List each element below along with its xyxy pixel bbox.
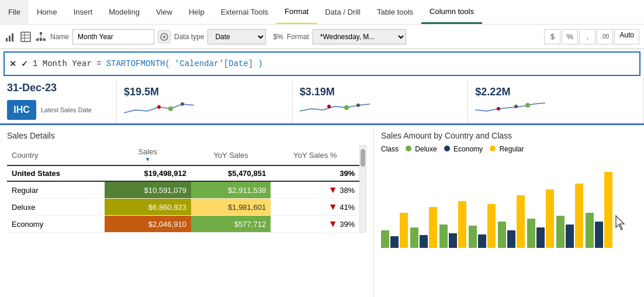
- bar-regular: [517, 195, 525, 248]
- bar-economy: [595, 222, 603, 248]
- kpi-value-3: $3.19M: [300, 86, 335, 98]
- bar-deluxe: [586, 213, 594, 248]
- col-sales: Sales ▼: [105, 145, 191, 165]
- kpi-value-2: $19.5M: [124, 86, 159, 98]
- bar-regular: [429, 207, 437, 248]
- table-row: Regular $10,591,079 $2,911,538 ▼ 38%: [7, 181, 359, 199]
- cell-sales: $6,860,923: [105, 199, 191, 216]
- kpi-row: 31-Dec-23 IHC Latest Sales Date $19.5M $…: [0, 78, 644, 125]
- down-arrow-icon: ▼: [328, 185, 338, 195]
- cell-country: Regular: [7, 181, 105, 199]
- bar-deluxe: [498, 222, 506, 248]
- svg-rect-0: [6, 38, 8, 42]
- col-country: Country: [7, 145, 105, 165]
- svg-point-14: [168, 106, 173, 111]
- table-scrollbar[interactable]: [359, 145, 366, 233]
- datatype-select[interactable]: Date: [207, 29, 266, 44]
- col-yoy-pct: YoY Sales %: [271, 145, 359, 165]
- legend-economy: Economy: [444, 145, 483, 153]
- sparkline-3: [300, 98, 370, 116]
- legend-class-label: Class: [381, 145, 399, 153]
- decimal-btn[interactable]: .00: [597, 29, 613, 44]
- cell-yoy: $2,911,538: [191, 181, 271, 199]
- cell-yoy-pct: 39%: [271, 165, 359, 181]
- menu-home[interactable]: Home: [29, 0, 65, 24]
- svg-rect-8: [36, 39, 39, 41]
- formula-icons: $ % , .00 Auto: [544, 29, 639, 44]
- bar-regular: [487, 204, 496, 248]
- bar-regular: [458, 201, 466, 248]
- down-arrow-icon: ▼: [328, 219, 338, 229]
- sparkline-4: [475, 98, 545, 116]
- mouse-cursor-area: [614, 215, 628, 233]
- menu-help[interactable]: Help: [181, 0, 213, 24]
- col-yoy: YoY Sales: [191, 145, 271, 165]
- menu-modeling[interactable]: Modeling: [101, 0, 148, 24]
- table-row: Deluxe $6,860,923 $1,981,601 ▼ 41%: [7, 199, 359, 216]
- chart-icon: [5, 31, 16, 43]
- chart-legend: Class Deluxe Economy Regular: [381, 145, 637, 153]
- auto-btn[interactable]: Auto: [614, 29, 639, 44]
- cell-yoy-arrow: ▼ 38%: [271, 181, 359, 199]
- kpi-logo: IHC: [7, 100, 36, 120]
- deluxe-dot: [406, 146, 411, 151]
- svg-rect-3: [21, 32, 30, 42]
- cell-yoy-arrow: ▼ 41%: [271, 199, 359, 216]
- scrollbar-thumb: [361, 149, 365, 167]
- menu-file[interactable]: File: [0, 0, 29, 24]
- menu-column-tools[interactable]: Column tools: [421, 0, 482, 24]
- svg-point-22: [514, 105, 518, 108]
- format-select[interactable]: *Wednesday, M...: [313, 29, 406, 44]
- svg-point-20: [525, 103, 530, 108]
- bar-group-1: [381, 213, 408, 248]
- cell-country: Deluxe: [7, 199, 105, 216]
- menu-insert[interactable]: Insert: [65, 0, 101, 24]
- table-header-row: Country Sales ▼ YoY Sales YoY Sales %: [7, 145, 359, 165]
- formula-close-btn[interactable]: ✕: [9, 59, 16, 68]
- svg-point-21: [497, 107, 500, 110]
- bar-deluxe: [439, 225, 448, 248]
- cell-country: Economy: [7, 216, 105, 233]
- svg-rect-9: [40, 39, 42, 41]
- sales-country-panel: Sales Amount by Country and Class Class …: [374, 125, 644, 297]
- regular-dot: [490, 146, 496, 151]
- format-label: $%: [273, 33, 283, 41]
- svg-point-15: [181, 102, 184, 106]
- economy-dot: [444, 146, 450, 151]
- bar-economy: [390, 236, 399, 248]
- menu-table-tools[interactable]: Table tools: [369, 0, 421, 24]
- menu-view[interactable]: View: [148, 0, 181, 24]
- bar-regular: [604, 172, 612, 248]
- menu-format[interactable]: Format: [276, 0, 317, 24]
- menu-data-drill[interactable]: Data / Drill: [317, 0, 369, 24]
- comma-btn[interactable]: ,: [579, 29, 595, 44]
- svg-marker-23: [616, 216, 624, 230]
- legend-regular: Regular: [490, 145, 524, 153]
- table-icon: [20, 31, 32, 43]
- menu-external-tools[interactable]: External Tools: [213, 0, 276, 24]
- bar-economy: [507, 230, 515, 248]
- svg-rect-1: [9, 36, 11, 42]
- calc-icon[interactable]: [158, 30, 171, 43]
- formula-bar: Name Data type Date $% Format *Wednesday…: [0, 25, 644, 49]
- percent-btn[interactable]: %: [562, 29, 578, 44]
- bar-deluxe: [410, 227, 418, 248]
- bar-economy: [478, 234, 486, 248]
- bar-regular: [546, 189, 554, 248]
- name-input[interactable]: [72, 29, 154, 44]
- bar-economy: [536, 227, 545, 248]
- hierarchy-icon: [35, 31, 47, 43]
- formula-prefix: 1 Month Year =: [33, 59, 102, 68]
- kpi-card-2: $19.5M: [117, 78, 293, 123]
- bar-group-7: [556, 184, 583, 248]
- cell-sales: $19,498,912: [105, 165, 191, 181]
- kpi-date-value: 31-Dec-23: [7, 82, 57, 94]
- svg-rect-10: [43, 39, 46, 41]
- sort-arrow-sales[interactable]: ▼: [109, 156, 186, 163]
- sparkline-2: [124, 98, 194, 116]
- dollar-btn[interactable]: $: [544, 29, 560, 44]
- formula-edit-bar: ✕ ✓ 1 Month Year = STARTOFMONTH('Calenda…: [4, 51, 640, 76]
- formula-confirm-btn[interactable]: ✓: [21, 59, 28, 68]
- table-row: United States $19,498,912 $5,470,851 39%: [7, 165, 359, 181]
- svg-rect-7: [40, 32, 42, 34]
